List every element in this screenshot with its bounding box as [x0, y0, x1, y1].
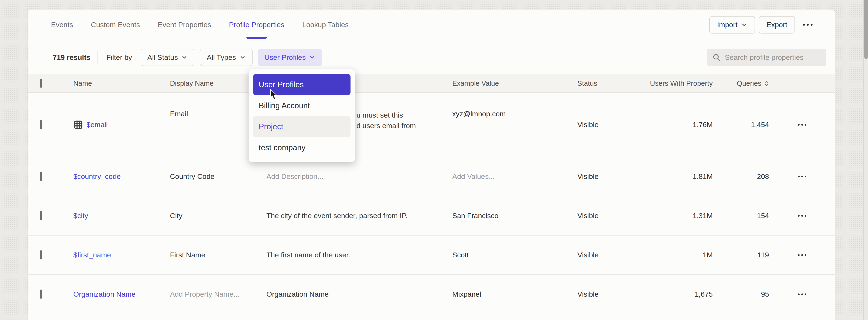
row-checkbox[interactable]: [40, 250, 42, 259]
ellipsis-icon: [805, 124, 806, 126]
example-value-cell[interactable]: Scott: [452, 251, 578, 259]
tab-label: Profile Properties: [229, 21, 284, 29]
entity-dropdown-menu: User Profiles Billing Account Project te…: [249, 69, 355, 162]
table-row: Organization Name Add Property Name... O…: [28, 275, 835, 314]
ellipsis-icon: [798, 176, 800, 177]
queries-cell: 154: [757, 212, 769, 220]
description-cell[interactable]: The first name of the user.: [267, 251, 452, 259]
description-line: u must set this: [356, 110, 452, 120]
display-name-cell[interactable]: City: [170, 212, 267, 220]
description-cell[interactable]: Organization Name: [267, 290, 452, 298]
row-checkbox[interactable]: [40, 120, 42, 129]
header-users-with-property: Users With Property: [650, 79, 713, 87]
import-button[interactable]: Import: [709, 16, 755, 34]
header-queries-label: Queries: [737, 79, 762, 87]
users-with-property-cell: 1M: [703, 251, 713, 259]
ellipsis-icon: [801, 254, 803, 256]
example-value-cell[interactable]: San Francisco: [452, 212, 578, 220]
ellipsis-icon: [798, 215, 800, 217]
property-name-link[interactable]: $country_code: [73, 172, 170, 181]
toolbar: Import Export: [709, 16, 817, 34]
tab-custom-events[interactable]: Custom Events: [91, 9, 140, 40]
ellipsis-icon: [801, 124, 803, 126]
filter-bar: 719 results Filter by All Status All Typ…: [28, 40, 835, 74]
ellipsis-icon: [803, 24, 805, 26]
tab-label: Events: [51, 21, 73, 29]
tab-lookup-tables[interactable]: Lookup Tables: [302, 9, 349, 40]
cursor-icon: [269, 89, 278, 100]
tab-label: Custom Events: [91, 21, 140, 29]
divider: [97, 51, 97, 64]
display-name-cell[interactable]: Add Property Name...: [170, 290, 267, 298]
table-grid-icon: [73, 120, 83, 130]
active-tab-indicator: [246, 37, 267, 39]
row-checkbox[interactable]: [40, 172, 42, 181]
ellipsis-icon: [798, 124, 800, 126]
property-name: $country_code: [73, 172, 121, 181]
users-with-property-cell: 1,675: [695, 290, 713, 298]
entity-filter-label: User Profiles: [265, 53, 306, 62]
ellipsis-icon: [798, 293, 800, 295]
row-actions-button[interactable]: [796, 213, 808, 219]
description-cell[interactable]: Add Description...: [267, 172, 452, 181]
row-actions-button[interactable]: [796, 122, 808, 128]
chevron-down-icon: [741, 22, 747, 28]
tab-label: Lookup Tables: [302, 21, 349, 29]
search-input[interactable]: [725, 53, 821, 62]
description-line: d users email from: [356, 120, 452, 131]
property-name-link[interactable]: Organization Name: [73, 290, 170, 298]
header-queries-sort[interactable]: Queries: [737, 79, 769, 87]
example-value-cell[interactable]: Add Values...: [452, 172, 578, 181]
header-status: Status: [578, 79, 627, 87]
ellipsis-icon: [798, 254, 800, 256]
example-value-cell[interactable]: xyz@lmnop.com: [452, 93, 578, 118]
scrollbar-track: [863, 0, 868, 320]
select-all-checkbox[interactable]: [40, 79, 42, 88]
status-cell: Visible: [578, 212, 627, 220]
display-name-cell[interactable]: Country Code: [170, 172, 267, 181]
row-checkbox[interactable]: [40, 289, 42, 299]
export-button[interactable]: Export: [759, 16, 795, 34]
table-row: $email Email u must set this d users ema…: [28, 93, 835, 157]
tab-profile-properties[interactable]: Profile Properties: [229, 9, 284, 40]
table-header: Name Display Name Example Value Status U…: [28, 74, 835, 93]
queries-cell: 95: [761, 290, 769, 298]
ellipsis-icon: [801, 215, 803, 217]
import-label: Import: [717, 21, 737, 29]
type-filter-button[interactable]: All Types: [200, 48, 252, 66]
menu-item-billing-account[interactable]: Billing Account: [253, 95, 350, 116]
status-filter-button[interactable]: All Status: [141, 48, 194, 66]
description-cell[interactable]: The city of the event sender, parsed fro…: [267, 212, 452, 220]
menu-item-project[interactable]: Project: [253, 116, 350, 137]
display-name-cell[interactable]: First Name: [170, 251, 267, 259]
type-filter-label: All Types: [207, 53, 236, 62]
property-name-link[interactable]: $city: [73, 212, 170, 220]
entity-filter-button[interactable]: User Profiles: [258, 48, 322, 66]
example-value-cell[interactable]: Mixpanel: [452, 290, 578, 298]
row-actions-button[interactable]: [796, 174, 808, 180]
menu-item-test-company[interactable]: test company: [253, 137, 350, 158]
header-name: Name: [73, 79, 170, 87]
tab-label: Event Properties: [158, 21, 211, 29]
more-actions-button[interactable]: [799, 16, 817, 34]
row-actions-button[interactable]: [796, 252, 808, 258]
scrollbar-thumb[interactable]: [864, 0, 868, 59]
export-label: Export: [767, 21, 787, 29]
tab-bar: Events Custom Events Event Properties Pr…: [28, 9, 835, 40]
filter-by-label: Filter by: [106, 53, 132, 62]
ellipsis-icon: [805, 176, 806, 177]
row-actions-button[interactable]: [796, 291, 808, 297]
table-row: $country_code Country Code Add Descripti…: [28, 157, 835, 196]
ellipsis-icon: [805, 254, 806, 256]
chevron-down-icon: [181, 54, 188, 61]
lexicon-card: Events Custom Events Event Properties Pr…: [28, 9, 835, 320]
property-name-link[interactable]: $first_name: [73, 251, 170, 259]
row-checkbox[interactable]: [40, 211, 42, 220]
property-name-link[interactable]: $email: [73, 120, 170, 130]
tab-event-properties[interactable]: Event Properties: [158, 9, 211, 40]
status-cell: Visible: [578, 290, 627, 298]
menu-item-user-profiles[interactable]: User Profiles: [253, 74, 350, 95]
tab-events[interactable]: Events: [51, 9, 73, 40]
ellipsis-icon: [811, 24, 812, 26]
queries-cell: 1,454: [751, 120, 769, 129]
